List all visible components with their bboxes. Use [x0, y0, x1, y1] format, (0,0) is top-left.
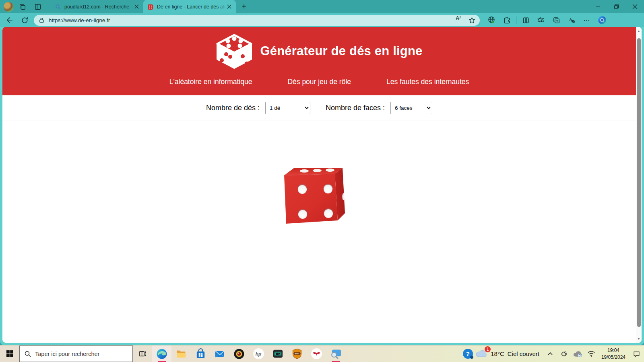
wifi-icon[interactable]: [585, 346, 597, 362]
address-bar[interactable]: https://www.de-en-ligne.fr A: [34, 15, 480, 26]
tab-close-icon[interactable]: [133, 3, 140, 10]
toolbar-extensions-area: ⋯: [485, 14, 608, 26]
back-button[interactable]: [3, 14, 15, 26]
workspaces-icon[interactable]: [17, 2, 29, 12]
site-header: Générateur de dés en ligne L'aléatoire e…: [2, 27, 636, 95]
taskbar-search-box[interactable]: [19, 346, 133, 362]
search-icon: [25, 351, 31, 357]
profile-avatar[interactable]: [4, 2, 13, 12]
svg-text:MRT: MRT: [295, 352, 299, 355]
browser-toolbar: https://www.de-en-ligne.fr A: [0, 13, 644, 27]
windows-taskbar: hp MRT: [0, 345, 644, 362]
tab-actions-icon[interactable]: [32, 2, 44, 12]
hp-label: hp: [256, 351, 262, 357]
copilot-icon[interactable]: [596, 14, 608, 26]
scroll-down-arrow[interactable]: ▼: [636, 335, 642, 342]
collections-icon[interactable]: [550, 14, 562, 26]
taskbar-file-explorer-icon[interactable]: [171, 346, 191, 362]
taskbar-search-input[interactable]: [35, 351, 124, 357]
tab-de-en-ligne[interactable]: Dé en ligne - Lancer de dés aléat: [143, 0, 236, 13]
site-logo-dice: [216, 33, 253, 69]
scroll-up-arrow[interactable]: ▲: [636, 28, 642, 34]
close-window-button[interactable]: [625, 0, 644, 13]
time-text: 19:04: [601, 347, 625, 354]
date-text: 19/05/2024: [601, 354, 625, 360]
taskbar-wings-app-icon[interactable]: [307, 346, 326, 362]
tab-title: Dé en ligne - Lancer de dés aléat: [157, 4, 225, 10]
taskbar-store-icon[interactable]: [191, 346, 210, 362]
nav-link-jeu-de-role[interactable]: Dés pour jeu de rôle: [287, 78, 351, 86]
dice-controls: Nombre de dés : 1 dé Nombre de faces : 6…: [2, 95, 636, 121]
taskbar-edge-icon[interactable]: [152, 346, 171, 362]
temperature-text: 18°C: [491, 350, 504, 357]
tab-close-icon[interactable]: [225, 3, 233, 10]
split-screen-icon[interactable]: [520, 14, 532, 26]
site-nav: L'aléatoire en informatique Dés pour jeu…: [2, 78, 636, 86]
favorite-star-icon[interactable]: [466, 15, 477, 25]
scrollbar-thumb[interactable]: [637, 38, 641, 327]
get-help-icon[interactable]: ?: [462, 346, 474, 362]
read-aloud-icon[interactable]: A: [453, 15, 464, 25]
tab-title: poudlard12.com - Recherche: [64, 4, 133, 10]
tray-chevron-icon[interactable]: [544, 346, 556, 362]
weather-condition-text: Ciel couvert: [508, 350, 539, 357]
weather-widget[interactable]: 1 18°C Ciel couvert: [475, 349, 539, 359]
favorites-hub-icon[interactable]: [535, 14, 547, 26]
url-text[interactable]: https://www.de-en-ligne.fr: [49, 17, 453, 23]
action-center-icon[interactable]: [630, 346, 642, 362]
faces-count-select[interactable]: 6 faces: [390, 102, 432, 114]
taskbar-mrt-shield-icon[interactable]: MRT: [287, 346, 307, 362]
taskbar-hp-icon[interactable]: hp: [249, 346, 268, 362]
system-tray: ? 1 18°C Ciel couvert: [462, 346, 644, 362]
translate-globe-icon[interactable]: [485, 14, 497, 26]
task-view-button[interactable]: [133, 346, 152, 362]
minimize-button[interactable]: [588, 0, 607, 13]
refresh-button[interactable]: [19, 14, 31, 26]
new-tab-button[interactable]: +: [238, 1, 250, 12]
start-button[interactable]: [0, 346, 19, 362]
search-result-favicon: [55, 4, 61, 10]
faces-count-label: Nombre de faces :: [326, 104, 385, 112]
lock-icon: [39, 17, 45, 23]
taskbar-video-editor-icon[interactable]: [268, 346, 287, 362]
rolled-die-showing-4[interactable]: [283, 167, 346, 226]
nav-link-aleatoire[interactable]: L'aléatoire en informatique: [169, 78, 252, 86]
tab-strip-divider: [48, 3, 48, 10]
desktop: poudlard12.com - Recherche Dé en ligne -…: [0, 0, 644, 362]
dice-favicon: [147, 4, 154, 10]
browser-essentials-icon[interactable]: [566, 14, 578, 26]
screen-cast-icon[interactable]: [558, 346, 570, 362]
extensions-icon[interactable]: [501, 14, 513, 26]
tab-poudlard12[interactable]: poudlard12.com - Recherche: [51, 0, 143, 13]
dice-count-select[interactable]: 1 dé: [265, 102, 310, 114]
nav-link-fautes[interactable]: Les fautes des internautes: [386, 78, 469, 86]
page-title: Générateur de dés en ligne: [260, 44, 422, 58]
taskbar-media-disc-icon[interactable]: [229, 346, 249, 362]
restore-button[interactable]: [607, 0, 625, 13]
settings-more-icon[interactable]: ⋯: [581, 14, 593, 26]
page-scrollbar[interactable]: ▲ ▼: [636, 27, 642, 343]
onedrive-icon[interactable]: [572, 346, 584, 362]
toolbar-divider: [516, 16, 516, 24]
taskbar-screen-magnifier-icon[interactable]: [326, 346, 345, 362]
taskbar-mail-icon[interactable]: [210, 346, 229, 362]
window-controls: [588, 0, 644, 13]
page-viewport: Générateur de dés en ligne L'aléatoire e…: [2, 27, 642, 343]
weather-alert-badge: 1: [485, 346, 491, 352]
dice-count-label: Nombre de dés :: [206, 104, 260, 112]
taskbar-clock[interactable]: 19:04 19/05/2024: [601, 347, 625, 360]
browser-titlebar: poudlard12.com - Recherche Dé en ligne -…: [0, 0, 644, 13]
